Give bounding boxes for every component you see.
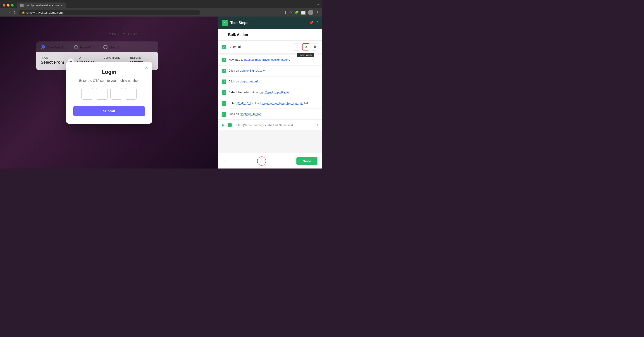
pending-gear-icon[interactable]: ⚙ [315, 123, 318, 127]
modal-backdrop: ✕ Login Enter the OTP sent to your mobil… [0, 17, 218, 169]
cursor-icon: ☞ [223, 158, 227, 164]
otp-input-1[interactable] [82, 88, 93, 100]
website-area: SIMPLY TRAVEL One Way Trip Round Trip Mu… [0, 17, 218, 169]
pause-button[interactable]: ⏸ [257, 157, 266, 166]
bulk-update-tooltip: Bulk Update [297, 53, 314, 57]
new-tab-button[interactable]: + [66, 2, 72, 8]
step-4-link[interactable]: logInType2::inputRadio [259, 91, 289, 94]
panel-footer: ☞ ⏸ Done [218, 153, 322, 169]
modal-subtitle: Enter the OTP sent to your mobile number [73, 79, 145, 83]
bulk-update-button[interactable]: ⚙ Bulk Update [302, 43, 309, 51]
step-4-prefix: Select the radio button [228, 91, 259, 94]
select-all-bar: ✓ Select all ☰ ⚙ Bulk Update 🗑 [218, 41, 322, 54]
forward-button[interactable]: › [8, 10, 10, 15]
lock-icon: 🔒 [22, 11, 25, 14]
active-tab[interactable]: simply-travel.testsigma.com ✕ [17, 3, 66, 8]
step-5-field-link[interactable]: Enteryourmobilenumber::inputTel [260, 102, 303, 105]
pending-step-text: Enter !|Name - name()| in the Full Name … [234, 123, 313, 127]
url-text: simply-travel.testsigma.com [26, 11, 63, 14]
testsigma-icon: ✦ [222, 20, 228, 26]
step-2-text: Click on LoginorSignUp::div [228, 68, 318, 73]
delete-button[interactable]: 🗑 [311, 43, 318, 51]
panel-title: Test Steps [230, 21, 248, 25]
step-5-value-link[interactable]: 123456789 [236, 102, 251, 105]
step-2-link[interactable]: LoginorSignUp::div [240, 69, 265, 72]
bulk-action-bar: ← Bulk Action [218, 29, 322, 41]
pin-icon[interactable]: 📌 [309, 21, 314, 25]
step-5-prefix: Enter [228, 102, 236, 105]
tab-title: simply-travel.testsigma.com [25, 4, 59, 7]
bookmark-icon[interactable]: ☆ [289, 11, 292, 15]
address-bar[interactable]: 🔒 simply-travel.testsigma.com [19, 10, 200, 15]
step-2: ✓ Click on LoginorSignUp::div [218, 66, 322, 76]
maximize-window-button[interactable] [11, 4, 14, 7]
add-step-button[interactable]: + [228, 123, 232, 127]
otp-input-3[interactable] [110, 88, 122, 100]
test-panel: ✦ Test Steps 📌 ? ← Bulk Action ✓ Select … [218, 17, 322, 169]
modal-title: Login [73, 69, 145, 75]
step-5-checkbox[interactable]: ✓ [222, 101, 226, 106]
step-3: ✓ Click on Login::button1 [218, 77, 322, 87]
panel-header-icons: 📌 ? [309, 21, 318, 25]
step-2-checkbox[interactable]: ✓ [222, 69, 226, 73]
close-window-button[interactable] [3, 4, 6, 7]
panel-header-left: ✦ Test Steps [222, 20, 248, 26]
steps-list: ✓ Navigate to https://simply-travel.test… [218, 54, 322, 153]
tab-bar: simply-travel.testsigma.com ✕ + [17, 2, 314, 8]
share-icon[interactable]: ⬆ [284, 11, 287, 15]
step-6-checkbox[interactable]: ✓ [222, 112, 226, 117]
profile-avatar[interactable] [308, 10, 314, 15]
pending-arrow-icon: ▶ [222, 123, 224, 127]
select-all-left: ✓ Select all [222, 45, 242, 49]
step-1-checkbox[interactable]: ✓ [222, 58, 226, 62]
step-4-checkbox[interactable]: ✓ [222, 90, 226, 95]
help-icon[interactable]: ? [316, 21, 318, 25]
select-all-label: Select all [228, 45, 242, 49]
browser-toolbar: ‹ › ↻ 🔒 simply-travel.testsigma.com ⬆ ☆ … [0, 8, 322, 17]
modal-close-button[interactable]: ✕ [144, 65, 148, 71]
step-5-text: Enter 123456789 in the Enteryourmobilenu… [228, 101, 318, 106]
tab-close-button[interactable]: ✕ [61, 4, 63, 7]
step-1-prefix: Navigate to [228, 58, 244, 61]
bulk-action-title: Bulk Action [228, 33, 248, 37]
step-5-middle: in the [252, 102, 260, 105]
traffic-lights [3, 4, 14, 7]
panel-header: ✦ Test Steps 📌 ? [218, 17, 322, 29]
otp-input-2[interactable] [96, 88, 108, 100]
select-all-checkbox[interactable]: ✓ [222, 45, 226, 49]
action-icons: ☰ ⚙ Bulk Update 🗑 [293, 43, 318, 51]
done-button[interactable]: Done [296, 157, 318, 165]
extensions-icon[interactable]: 🧩 [294, 11, 299, 15]
step-2-prefix: Click on [228, 69, 240, 72]
step-3-prefix: Click on [228, 80, 240, 83]
step-6-text: Click on Continue::button [228, 112, 318, 116]
step-1-text: Navigate to https://simply-travel.testsi… [228, 58, 318, 62]
reload-button[interactable]: ↻ [12, 10, 17, 15]
pending-step: ▶ + Enter !|Name - name()| in the Full N… [218, 120, 322, 130]
list-view-button[interactable]: ☰ [293, 43, 300, 51]
tab-favicon [20, 4, 24, 7]
step-6: ✓ Click on Continue::button [218, 109, 322, 120]
step-6-link[interactable]: Continue::button [240, 112, 261, 116]
submit-button[interactable]: Submit [73, 106, 145, 116]
back-icon[interactable]: ← [222, 32, 226, 37]
more-options-icon[interactable]: ⋮ [316, 11, 319, 15]
step-3-checkbox[interactable]: ✓ [222, 80, 226, 84]
step-1-link[interactable]: https://simply-travel.testsigma.com/ [244, 58, 290, 61]
minimize-window-button[interactable] [7, 4, 10, 7]
toolbar-icons: ⬆ ☆ 🧩 ⬜ ⋮ [284, 10, 319, 15]
step-6-prefix: Click on [228, 112, 240, 116]
step-4-text: Select the radio button logInType2::inpu… [228, 90, 318, 95]
step-5: ✓ Enter 123456789 in the Enteryourmobile… [218, 98, 322, 109]
step-5-suffix: field [304, 102, 309, 105]
step-3-text: Click on Login::button1 [228, 79, 318, 84]
splitview-icon[interactable]: ⬜ [301, 11, 306, 15]
otp-input-4[interactable] [125, 88, 137, 100]
step-3-link[interactable]: Login::button1 [240, 80, 258, 83]
step-4: ✓ Select the radio button logInType2::in… [218, 87, 322, 98]
expand-button[interactable]: ⌃ [316, 3, 319, 7]
login-modal: ✕ Login Enter the OTP sent to your mobil… [66, 62, 152, 124]
back-button[interactable]: ‹ [3, 10, 6, 15]
otp-input-group [73, 88, 145, 100]
